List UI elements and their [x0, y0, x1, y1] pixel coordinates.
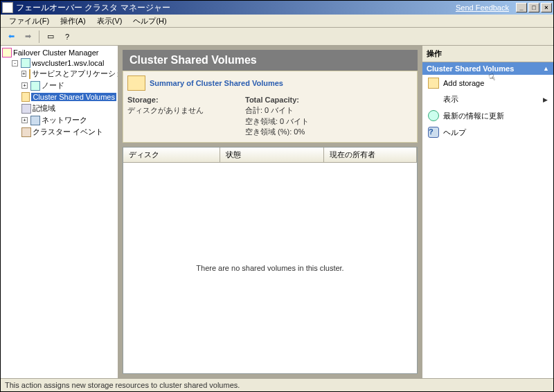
tree-nodes[interactable]: +ノード	[21, 80, 116, 91]
menu-file[interactable]: ファイル(F)	[3, 15, 55, 28]
tree-item-label: ノード	[42, 80, 64, 91]
close-button[interactable]: ×	[541, 3, 552, 12]
tree-root[interactable]: Failover Cluster Manager	[2, 48, 116, 57]
action-help[interactable]: ? ヘルプ	[422, 124, 553, 141]
minimize-button[interactable]: _	[516, 3, 527, 12]
summary-header: Summary of Cluster Shared Volumes	[127, 75, 413, 91]
tree-item-label: Cluster Shared Volumes	[31, 93, 116, 101]
capacity-label: Total Capacity:	[245, 95, 309, 105]
storage-label: Storage:	[127, 95, 204, 105]
toolbar: ⬅ ➡ ▭ ?	[1, 28, 553, 46]
listview-header: ディスク 状態 現在の所有者	[123, 148, 417, 163]
summary-columns: Storage: ディスクがありません Total Capacity: 合計: …	[127, 95, 413, 138]
menu-view[interactable]: 表示(V)	[91, 15, 128, 28]
app-icon	[2, 2, 13, 13]
action-label: ヘルプ	[443, 127, 466, 138]
titlebar: フェールオーバー クラスタ マネージャー Send Feedback _ □ ×	[1, 1, 553, 15]
add-storage-icon	[428, 78, 439, 89]
folder-icon	[127, 75, 145, 91]
action-add-storage[interactable]: Add storage	[422, 75, 553, 91]
action-refresh[interactable]: 最新の情報に更新	[422, 107, 553, 124]
network-icon	[30, 116, 40, 125]
tree-root-label: Failover Cluster Manager	[13, 48, 99, 57]
tree-events[interactable]: クラスター イベント	[21, 127, 116, 137]
tree-cluster[interactable]: - wsvcluster1.wsv.local	[12, 58, 116, 68]
nav-forward-button[interactable]: ➡	[20, 29, 35, 44]
tree-panel: Failover Cluster Manager - wsvcluster1.w…	[1, 46, 118, 378]
statusbar-text: This action assigns new storage resource…	[5, 381, 240, 389]
collapse-icon: ▲	[543, 65, 549, 72]
volumes-listview: ディスク 状態 現在の所有者 There are no shared volum…	[123, 147, 418, 374]
col-owner[interactable]: 現在の所有者	[324, 148, 417, 162]
csv-icon	[21, 92, 30, 102]
tree-networks[interactable]: +ネットワーク	[21, 115, 116, 125]
actions-panel: 操作 Cluster Shared Volumes ▲ Add storage …	[422, 46, 553, 378]
menu-action[interactable]: 操作(A)	[55, 15, 91, 28]
action-label: 最新の情報に更新	[443, 111, 504, 121]
menubar: ファイル(F) 操作(A) 表示(V) ヘルプ(H)	[1, 15, 553, 28]
send-feedback-link[interactable]: Send Feedback	[456, 3, 509, 12]
actions-section-label: Cluster Shared Volumes	[427, 64, 514, 73]
nav-tree: Failover Cluster Manager - wsvcluster1.w…	[2, 47, 116, 139]
refresh-icon	[428, 110, 439, 121]
col-disk[interactable]: ディスク	[123, 148, 220, 162]
maximize-button[interactable]: □	[528, 3, 539, 12]
action-label: 表示	[443, 94, 458, 105]
listview-empty: There are no shared volumes in this clus…	[123, 163, 417, 373]
expand-toggle[interactable]: +	[21, 117, 28, 123]
nodes-icon	[30, 81, 40, 91]
expand-toggle[interactable]: +	[21, 71, 26, 77]
capacity-total: 合計: 0 バイト	[245, 105, 309, 116]
tree-services[interactable]: +サービスとアプリケーション	[21, 69, 116, 79]
tree-item-label: 記憶域	[33, 103, 55, 114]
action-view[interactable]: 表示 ▶	[422, 91, 553, 107]
main-area: Failover Cluster Manager - wsvcluster1.w…	[1, 46, 553, 378]
storage-icon	[21, 104, 31, 114]
tree-csv[interactable]: Cluster Shared Volumes	[21, 92, 116, 102]
capacity-pct: 空き領域 (%): 0%	[245, 127, 309, 137]
actions-title: 操作	[422, 46, 553, 62]
tree-cluster-label: wsvcluster1.wsv.local	[32, 59, 104, 67]
capacity-free: 空き領域: 0 バイト	[245, 116, 309, 127]
toolbar-separator	[39, 30, 39, 43]
statusbar: This action assigns new storage resource…	[1, 378, 553, 392]
nav-back-button[interactable]: ⬅	[3, 29, 19, 44]
expand-toggle[interactable]: +	[21, 82, 28, 89]
toolbar-help-button[interactable]: ?	[60, 29, 75, 44]
toolbar-pane-button[interactable]: ▭	[43, 29, 58, 44]
empty-text: There are no shared volumes in this clus…	[196, 264, 343, 272]
folder-icon	[29, 69, 30, 79]
action-label: Add storage	[443, 79, 484, 87]
cluster-manager-icon	[2, 48, 12, 57]
expand-toggle[interactable]: -	[12, 60, 18, 66]
col-status[interactable]: 状態	[220, 148, 324, 162]
tree-item-label: ネットワーク	[42, 115, 87, 125]
tree-storage[interactable]: 記憶域	[21, 103, 116, 114]
summary-title: Summary of Cluster Shared Volumes	[150, 79, 283, 87]
help-icon: ?	[428, 127, 439, 138]
center-panel: Cluster Shared Volumes Summary of Cluste…	[118, 46, 422, 378]
tree-item-label: サービスとアプリケーション	[32, 69, 118, 79]
submenu-icon: ▶	[543, 96, 548, 103]
summary-box: Summary of Cluster Shared Volumes Storag…	[123, 71, 418, 143]
events-icon	[21, 127, 31, 137]
window-title: フェールオーバー クラスタ マネージャー	[16, 2, 456, 14]
tree-item-label: クラスター イベント	[33, 127, 103, 137]
storage-value: ディスクがありません	[127, 105, 204, 116]
menu-help[interactable]: ヘルプ(H)	[127, 15, 172, 28]
server-icon	[21, 58, 30, 68]
actions-section-header[interactable]: Cluster Shared Volumes ▲	[422, 62, 553, 75]
page-title: Cluster Shared Volumes	[123, 50, 418, 71]
